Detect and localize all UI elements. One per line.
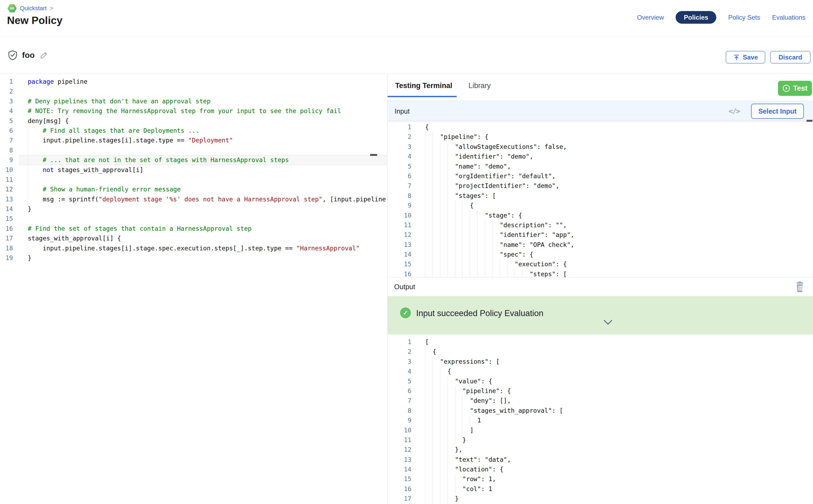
line-number: 4 <box>0 106 19 116</box>
indent-guide <box>425 366 448 376</box>
line-number: 16 <box>387 269 412 277</box>
indent-guide <box>425 396 470 405</box>
discard-button[interactable]: Discard <box>770 51 811 64</box>
indent-guide <box>28 194 43 204</box>
indent-guide <box>425 435 462 445</box>
code-line: 17} <box>387 494 813 503</box>
line-number: 5 <box>387 162 412 171</box>
line-number: 7 <box>387 181 412 191</box>
tab-library[interactable]: Library <box>469 82 491 90</box>
line-number: 9 <box>387 201 412 210</box>
output-json-editor[interactable]: 1[2{3"expressions": [4{5"value": {6"pipe… <box>387 334 813 504</box>
upload-icon <box>733 54 740 61</box>
indent-guide <box>425 376 455 386</box>
line-number: 13 <box>0 194 19 204</box>
indent-guide <box>425 132 440 142</box>
testing-terminal-pane: Testing Terminal Library Test Input </> … <box>387 73 813 504</box>
code-line: 4"identifier": "demo", <box>387 152 813 161</box>
line-number: 11 <box>387 220 412 230</box>
code-line: 14} <box>0 204 387 214</box>
policy-name: foo <box>22 51 35 60</box>
code-line: 9{ <box>387 201 813 210</box>
input-label: Input <box>394 107 729 115</box>
indent-guide <box>28 165 43 175</box>
line-number: 17 <box>0 233 19 243</box>
line-number: 14 <box>387 250 412 259</box>
indent-guide <box>425 171 455 181</box>
indent-guide <box>425 357 440 366</box>
line-number: 12 <box>387 230 412 240</box>
policy-editor-page: ∞ Quickstart > New Policy Overview Polic… <box>0 0 813 504</box>
line-number: 2 <box>387 132 412 142</box>
code-line: 5deny[msg] { <box>0 116 387 126</box>
code-line: 18input.pipeline.stages[i].stage.spec.ex… <box>0 243 387 253</box>
line-number: 3 <box>387 357 412 366</box>
indent-guide <box>28 184 43 194</box>
indent-guide <box>28 243 43 253</box>
line-number: 13 <box>387 455 412 464</box>
code-line: 11 <box>0 175 387 184</box>
chevron-down-icon[interactable] <box>603 319 613 325</box>
line-number: 15 <box>387 474 412 484</box>
code-line: 13"text": "data", <box>387 455 813 464</box>
nav-overview[interactable]: Overview <box>637 11 664 24</box>
line-number: 6 <box>0 126 19 135</box>
code-line: 7input.pipeline.stages[i].stage.type == … <box>0 135 387 145</box>
code-line: 5"value": { <box>387 376 813 386</box>
code-line: 14"spec": { <box>387 250 813 259</box>
nav-policy-sets[interactable]: Policy Sets <box>728 11 760 24</box>
line-number: 4 <box>387 366 412 376</box>
line-number: 6 <box>387 171 412 181</box>
line-number: 2 <box>387 347 412 356</box>
code-line: 7"deny": [], <box>387 396 813 405</box>
line-number: 1 <box>387 122 412 132</box>
active-tab-underline <box>387 96 457 97</box>
indent-guide <box>425 455 455 464</box>
line-number: 3 <box>0 96 19 106</box>
line-number: 17 <box>387 494 412 503</box>
indent-guide <box>425 201 470 210</box>
indent-guide <box>425 445 455 454</box>
code-line: 15"execution": { <box>387 259 813 269</box>
code-line: 13"name": "OPA check", <box>387 240 813 250</box>
nav-evaluations[interactable]: Evaluations <box>772 11 805 24</box>
line-number: 1 <box>0 77 19 86</box>
line-number: 12 <box>387 445 412 454</box>
code-line: 3# Deny pipelines that don't have an app… <box>0 96 387 106</box>
code-line: 12"identifier": "app", <box>387 230 813 240</box>
indent-guide <box>28 145 43 155</box>
code-line: 6# Find all stages that are Deployments … <box>0 126 387 135</box>
trash-icon[interactable] <box>795 281 805 293</box>
input-json-editor[interactable]: 1{2"pipeline": {3"allowStageExecutions":… <box>387 122 813 277</box>
indent-guide <box>28 155 43 165</box>
code-view-icon[interactable]: </> <box>729 107 740 115</box>
tab-testing-terminal[interactable]: Testing Terminal <box>395 82 452 90</box>
breadcrumb-project-link[interactable]: Quickstart <box>20 5 47 12</box>
code-line: 1[ <box>387 337 813 347</box>
indent-guide <box>425 347 433 356</box>
indent-guide <box>425 484 462 494</box>
code-line: 4{ <box>387 366 813 376</box>
test-button[interactable]: Test <box>778 81 812 96</box>
indent-guide <box>425 406 470 415</box>
save-button[interactable]: Save <box>726 51 765 64</box>
code-line: 8"stages_with_approval": [ <box>387 406 813 415</box>
edit-pencil-icon[interactable] <box>40 51 48 59</box>
code-line: 12# Show a human-friendly error message <box>0 184 387 194</box>
select-input-button[interactable]: Select Input <box>751 104 804 119</box>
chevron-right-icon: > <box>50 5 53 12</box>
output-section-header: Output <box>387 277 813 296</box>
line-number: 6 <box>387 386 412 396</box>
harness-logo-icon: ∞ <box>8 4 17 13</box>
nav-policies[interactable]: Policies <box>676 11 716 24</box>
code-line: 11} <box>387 435 813 445</box>
code-line: 16# Find the set of stages that contain … <box>0 224 387 233</box>
breadcrumb: ∞ Quickstart > <box>8 4 53 13</box>
line-number: 3 <box>387 142 412 152</box>
header-divider <box>0 36 813 36</box>
rego-code-editor[interactable]: 1package pipeline23# Deny pipelines that… <box>0 73 387 504</box>
indent-guide <box>425 464 455 474</box>
output-label: Output <box>394 283 795 291</box>
code-line: 11"description": "", <box>387 220 813 230</box>
code-line: 8 <box>0 145 387 155</box>
